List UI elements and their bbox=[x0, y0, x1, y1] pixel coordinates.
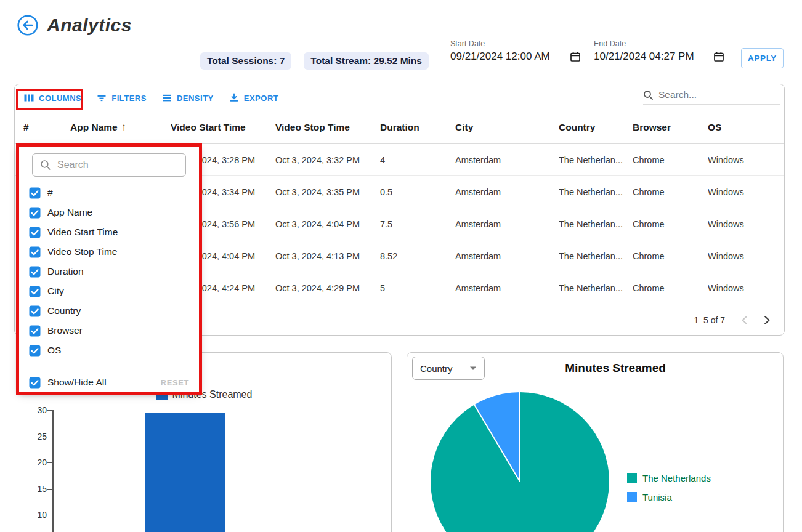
show-hide-all-label: Show/Hide All bbox=[47, 377, 107, 388]
total-stream-badge: Total Stream: 29.52 Mins bbox=[304, 52, 429, 70]
column-header-label: Duration bbox=[380, 122, 419, 133]
columns-menu-item[interactable]: Browser bbox=[18, 321, 200, 341]
bar-chart-y-axis bbox=[52, 410, 54, 532]
density-button-label: DENSITY bbox=[177, 94, 214, 103]
cell-city: Amsterdam bbox=[455, 155, 559, 165]
checkbox-checked-icon[interactable] bbox=[29, 207, 41, 219]
checkbox-checked-icon[interactable] bbox=[29, 246, 41, 258]
column-header-video-start-time[interactable]: Video Start Time bbox=[171, 122, 275, 133]
cell-city: Amsterdam bbox=[455, 283, 559, 293]
cell-country: The Netherlan... bbox=[559, 283, 633, 293]
columns-menu-item[interactable]: City bbox=[18, 281, 200, 301]
chevron-down-icon bbox=[469, 366, 477, 371]
columns-button[interactable]: COLUMNS bbox=[23, 92, 81, 103]
cell-os: Windows bbox=[708, 251, 776, 261]
next-page-button[interactable] bbox=[764, 315, 771, 325]
start-date-value: 09/21/2024 12:00 AM bbox=[450, 50, 550, 63]
pie-legend-item[interactable]: Tunisia bbox=[627, 490, 711, 504]
cell-video_stop: Oct 3, 2024, 4:29 PM bbox=[275, 283, 380, 293]
reset-button[interactable]: RESET bbox=[161, 378, 189, 387]
pie-groupby-select[interactable]: Country bbox=[412, 357, 485, 380]
column-header-os[interactable]: OS bbox=[708, 122, 776, 133]
pie-legend-swatch bbox=[627, 473, 637, 483]
filters-button-label: FILTERS bbox=[111, 94, 147, 103]
y-axis-tick-label: 25 bbox=[30, 432, 47, 441]
back-button[interactable] bbox=[17, 15, 38, 36]
columns-menu-item-label: App Name bbox=[47, 207, 92, 218]
cell-video_stop: Oct 3, 2024, 3:32 PM bbox=[275, 155, 380, 165]
columns-menu-item-label: City bbox=[47, 286, 64, 297]
checkbox-checked-icon[interactable] bbox=[29, 305, 41, 317]
pie-slice-separator bbox=[519, 392, 520, 482]
pie-legend-item[interactable]: The Netherlands bbox=[627, 471, 711, 485]
columns-menu-search[interactable]: Search bbox=[32, 153, 186, 177]
checkbox-checked-icon[interactable] bbox=[29, 227, 41, 238]
cell-os: Windows bbox=[708, 155, 776, 165]
cell-city: Amsterdam bbox=[455, 219, 559, 229]
y-axis-tick-mark bbox=[47, 515, 52, 515]
cell-os: Windows bbox=[708, 187, 776, 197]
column-header-city[interactable]: City bbox=[455, 122, 559, 133]
column-header-browser[interactable]: Browser bbox=[633, 122, 708, 133]
cell-city: Amsterdam bbox=[455, 187, 559, 197]
column-header--[interactable]: # bbox=[23, 122, 70, 133]
end-date-input[interactable]: 10/21/2024 04:27 PM bbox=[594, 50, 725, 67]
filter-icon bbox=[96, 92, 107, 103]
column-header-country[interactable]: Country bbox=[559, 122, 633, 133]
export-icon bbox=[229, 92, 240, 103]
checkbox-checked-icon[interactable] bbox=[29, 286, 41, 297]
columns-menu-item[interactable]: # bbox=[18, 183, 200, 203]
column-header-label: App Name bbox=[70, 122, 118, 133]
y-axis-tick-label: 20 bbox=[30, 457, 47, 467]
columns-button-label: COLUMNS bbox=[39, 94, 81, 103]
pie-legend: The NetherlandsTunisia bbox=[627, 471, 711, 509]
columns-menu-item-label: Video Stop Time bbox=[47, 246, 117, 257]
start-date-field: Start Date 09/21/2024 12:00 AM bbox=[450, 39, 581, 67]
end-date-value: 10/21/2024 04:27 PM bbox=[594, 50, 694, 63]
cell-country: The Netherlan... bbox=[559, 155, 633, 165]
filters-button[interactable]: FILTERS bbox=[96, 92, 147, 103]
cell-browser: Chrome bbox=[633, 155, 708, 165]
column-header-video-stop-time[interactable]: Video Stop Time bbox=[275, 122, 380, 133]
cell-video_stop: Oct 3, 2024, 4:13 PM bbox=[275, 251, 380, 261]
cell-video_stop: Oct 3, 2024, 3:35 PM bbox=[275, 187, 380, 197]
column-header-label: OS bbox=[708, 122, 721, 133]
export-button[interactable]: EXPORT bbox=[229, 92, 278, 103]
end-date-field: End Date 10/21/2024 04:27 PM bbox=[594, 39, 725, 67]
columns-menu-item[interactable]: Country bbox=[18, 301, 200, 321]
calendar-icon[interactable] bbox=[713, 50, 725, 63]
columns-menu-item[interactable]: Video Stop Time bbox=[18, 242, 200, 262]
pie-legend-label: Tunisia bbox=[642, 492, 672, 502]
cell-browser: Chrome bbox=[633, 251, 708, 261]
table-search[interactable]: Search... bbox=[643, 89, 780, 105]
columns-menu-item[interactable]: OS bbox=[18, 341, 200, 360]
column-header-duration[interactable]: Duration bbox=[380, 122, 455, 133]
columns-icon bbox=[23, 92, 34, 103]
checkbox-checked-icon[interactable] bbox=[29, 266, 41, 278]
summary-badges: Total Sessions: 7 Total Stream: 29.52 Mi… bbox=[200, 52, 429, 70]
columns-search-placeholder: Search bbox=[57, 159, 89, 171]
apply-button[interactable]: APPLY bbox=[741, 48, 784, 68]
search-icon bbox=[643, 90, 654, 100]
checkbox-checked-icon[interactable] bbox=[29, 345, 41, 357]
cell-duration: 8.52 bbox=[380, 251, 455, 261]
checkbox-checked-icon[interactable] bbox=[29, 377, 41, 389]
prev-page-button[interactable] bbox=[741, 315, 748, 325]
calendar-icon[interactable] bbox=[569, 50, 581, 63]
start-date-input[interactable]: 09/21/2024 12:00 AM bbox=[450, 50, 581, 67]
checkbox-checked-icon[interactable] bbox=[29, 325, 41, 337]
columns-menu-item[interactable]: Duration bbox=[18, 262, 200, 281]
columns-menu-item[interactable]: App Name bbox=[18, 203, 200, 222]
cell-country: The Netherlan... bbox=[559, 219, 633, 229]
total-sessions-badge: Total Sessions: 7 bbox=[200, 52, 291, 70]
columns-menu-item[interactable]: Video Start Time bbox=[18, 222, 200, 242]
start-date-label: Start Date bbox=[450, 39, 581, 48]
column-header-app-name[interactable]: App Name↑ bbox=[70, 121, 171, 134]
column-header-label: # bbox=[23, 122, 29, 133]
cell-duration: 7.5 bbox=[380, 219, 455, 229]
checkbox-checked-icon[interactable] bbox=[29, 187, 41, 199]
density-button[interactable]: DENSITY bbox=[161, 92, 214, 103]
export-button-label: EXPORT bbox=[244, 94, 278, 103]
y-axis-tick-mark bbox=[47, 410, 52, 411]
columns-menu-item-label: Duration bbox=[47, 266, 84, 277]
